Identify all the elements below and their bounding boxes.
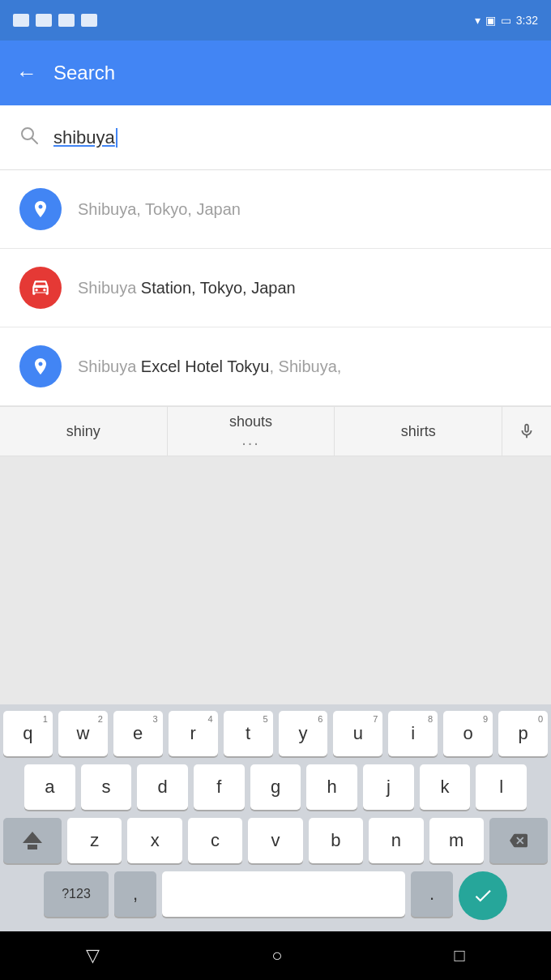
search-input[interactable]: shibuya (53, 127, 117, 148)
transit-icon-2 (19, 267, 62, 309)
autocomplete-dots: ... (241, 430, 260, 449)
key-a[interactable]: a (24, 764, 75, 810)
suggestion-text-2: Shibuya Station, Tokyo, Japan (78, 277, 296, 298)
key-row-3: z x c v b n m (3, 818, 548, 863)
key-c[interactable]: c (188, 818, 242, 863)
status-icons (13, 14, 97, 27)
key-j[interactable]: j (363, 764, 414, 810)
suggestion-text-3: Shibuya Excel Hotel Tokyu, Shibuya, (78, 356, 341, 377)
status-bar: ▾ ▣ ▭ 3:32 (0, 0, 551, 41)
key-x[interactable]: x (127, 818, 182, 863)
nav-home-button[interactable]: ○ (271, 945, 282, 966)
key-r[interactable]: 4r (169, 711, 218, 756)
email-icon (36, 14, 52, 27)
symbol-key[interactable]: ?123 (44, 871, 109, 917)
key-u[interactable]: 7u (333, 711, 382, 756)
battery-icon: ▭ (501, 14, 511, 27)
backspace-key[interactable] (489, 818, 548, 863)
key-y[interactable]: 6y (279, 711, 328, 756)
clock: 3:32 (516, 14, 538, 27)
suggestions-list: Shibuya, Tokyo, Japan Shibuya Station, T… (0, 170, 551, 406)
key-l[interactable]: l (476, 764, 527, 810)
back-button[interactable]: ← (16, 61, 37, 86)
gmail-icon (58, 14, 75, 27)
key-row-4: ?123 , . (3, 871, 548, 920)
key-e[interactable]: 3e (113, 711, 163, 756)
suggestion-text-1: Shibuya, Tokyo, Japan (78, 199, 241, 220)
key-p[interactable]: 0p (498, 711, 548, 756)
key-h[interactable]: h (306, 764, 357, 810)
suggestion-item-1[interactable]: Shibuya, Tokyo, Japan (0, 170, 551, 249)
key-v[interactable]: v (248, 818, 302, 863)
period-key[interactable]: . (411, 871, 453, 917)
key-n[interactable]: n (369, 818, 423, 863)
autocomplete-bar: shiny shouts ... shirts (0, 406, 551, 456)
status-right: ▾ ▣ ▭ 3:32 (475, 14, 538, 27)
svg-line-1 (32, 138, 38, 143)
microphone-button[interactable] (502, 407, 551, 456)
enter-key[interactable] (459, 871, 507, 920)
search-icon (19, 126, 39, 150)
nav-bar: ▽ ○ □ (0, 931, 551, 980)
key-g[interactable]: g (250, 764, 301, 810)
key-q[interactable]: 1q (3, 711, 53, 756)
key-row-2: a s d f g h j k l (3, 764, 548, 810)
app-bar: ← Search (0, 41, 551, 105)
autocomplete-shouts[interactable]: shouts ... (168, 407, 335, 456)
key-row-1: 1q 2w 3e 4r 5t 6y 7u 8i 9o 0p (3, 711, 548, 756)
autocomplete-shiny[interactable]: shiny (0, 407, 168, 456)
app-bar-title: Search (53, 62, 115, 84)
signal-icon: ▣ (485, 14, 496, 27)
key-o[interactable]: 9o (443, 711, 493, 756)
key-f[interactable]: f (194, 764, 245, 810)
key-d[interactable]: d (137, 764, 188, 810)
search-bar[interactable]: shibuya (0, 105, 551, 170)
suggestion-item-2[interactable]: Shibuya Station, Tokyo, Japan (0, 249, 551, 327)
key-s[interactable]: s (81, 764, 132, 810)
comma-key[interactable]: , (114, 871, 156, 917)
key-t[interactable]: 5t (224, 711, 273, 756)
nav-back-button[interactable]: ▽ (86, 945, 100, 966)
autocomplete-shirts[interactable]: shirts (335, 407, 502, 456)
wifi-icon: ▾ (475, 14, 481, 27)
key-z[interactable]: z (67, 818, 122, 863)
key-m[interactable]: m (429, 818, 484, 863)
shift-key[interactable] (3, 818, 62, 863)
space-key[interactable] (162, 871, 405, 917)
check-icon (81, 14, 97, 27)
key-i[interactable]: 8i (388, 711, 438, 756)
location-icon-3 (19, 345, 62, 387)
suggestion-item-3[interactable]: Shibuya Excel Hotel Tokyu, Shibuya, (0, 327, 551, 406)
location-icon-1 (19, 188, 62, 230)
key-k[interactable]: k (420, 764, 471, 810)
keyboard: 1q 2w 3e 4r 5t 6y 7u 8i 9o 0p a s d f g … (0, 704, 551, 931)
nav-recents-button[interactable]: □ (455, 945, 465, 966)
photo-icon (13, 14, 29, 27)
key-b[interactable]: b (309, 818, 363, 863)
key-w[interactable]: 2w (58, 711, 108, 756)
